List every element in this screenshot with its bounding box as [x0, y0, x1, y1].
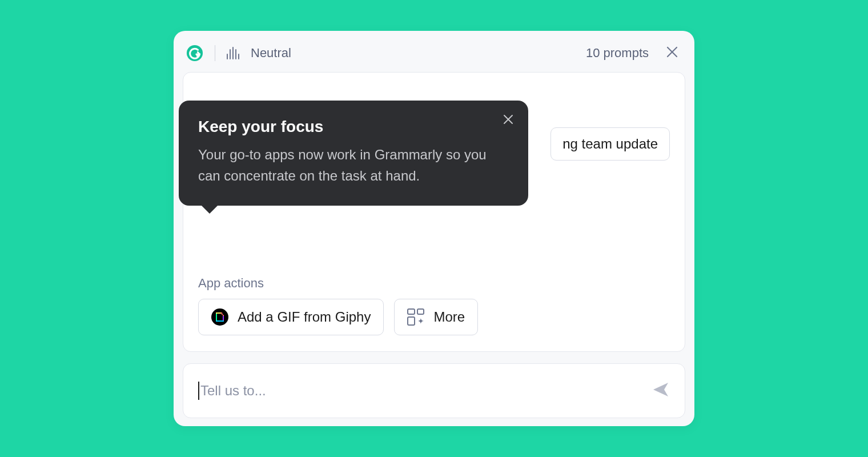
more-apps-icon: ✦ — [407, 308, 424, 326]
grammarly-logo-icon — [186, 45, 203, 62]
svg-rect-8 — [222, 314, 223, 315]
svg-rect-5 — [216, 312, 221, 314]
giphy-action-label: Add a GIF from Giphy — [238, 309, 371, 325]
svg-rect-7 — [221, 312, 222, 314]
svg-rect-6 — [216, 320, 224, 322]
more-actions-button[interactable]: ✦ More — [394, 299, 478, 335]
close-panel-button[interactable] — [666, 46, 678, 61]
tone-label[interactable]: Neutral — [251, 46, 291, 61]
giphy-icon — [211, 308, 228, 326]
send-button[interactable] — [652, 380, 670, 401]
svg-rect-3 — [216, 312, 217, 322]
text-cursor — [198, 382, 199, 400]
tone-bars-icon — [227, 47, 239, 59]
grammarly-panel: Neutral 10 prompts ng team update App ac… — [174, 31, 694, 426]
tooltip-title: Keep your focus — [198, 118, 509, 136]
app-actions-row: Add a GIF from Giphy ✦ More — [198, 299, 670, 335]
app-actions-label: App actions — [198, 230, 670, 299]
panel-header: Neutral 10 prompts — [183, 39, 685, 72]
tooltip-close-button[interactable] — [502, 113, 515, 128]
tooltip-arrow — [202, 206, 218, 214]
giphy-action-button[interactable]: Add a GIF from Giphy — [198, 299, 384, 335]
more-actions-label: More — [433, 309, 465, 325]
svg-rect-9 — [223, 315, 224, 316]
prompt-input[interactable] — [200, 383, 652, 399]
header-divider — [215, 45, 215, 61]
header-right: 10 prompts — [586, 46, 678, 61]
feature-tooltip: Keep your focus Your go-to apps now work… — [179, 101, 528, 206]
prompt-input-bar[interactable] — [183, 363, 685, 418]
prompts-count[interactable]: 10 prompts — [586, 46, 649, 61]
suggestion-chip-partial[interactable]: ng team update — [550, 127, 670, 161]
tooltip-body: Your go-to apps now work in Grammarly so… — [198, 144, 509, 186]
